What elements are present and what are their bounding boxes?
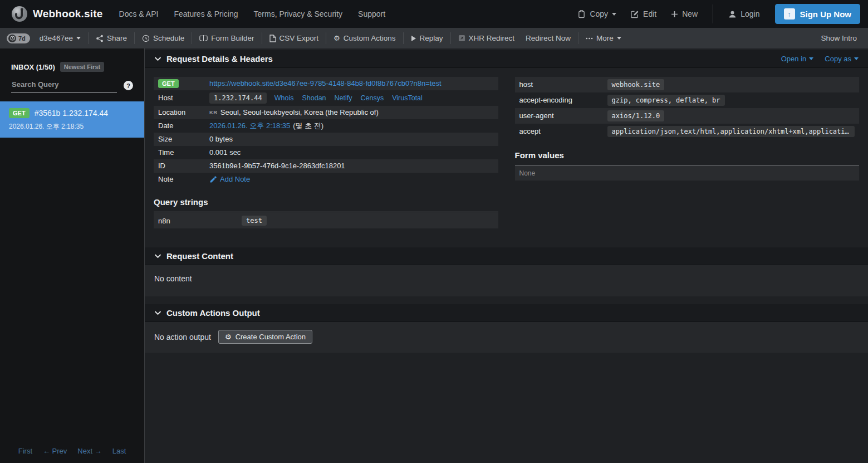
detail-row-note: Note Add Note xyxy=(154,173,498,186)
actions-panel-header[interactable]: Custom Actions Output xyxy=(145,304,868,322)
toolbar-divider xyxy=(262,32,262,44)
header-value-chip: gzip, compress, deflate, br xyxy=(607,95,725,106)
form-values-empty: None xyxy=(519,169,536,177)
toolbar-divider xyxy=(403,32,404,44)
inbox-title: INBOX (1/50) xyxy=(11,63,55,71)
signup-button[interactable]: ↑ Sign Up Now xyxy=(775,4,861,24)
nav-support[interactable]: Support xyxy=(351,0,393,28)
request-date: 2026.01.26. 오후 2:18:35 xyxy=(9,122,135,131)
add-note-button[interactable]: Add Note xyxy=(209,175,250,184)
request-list-item-selected[interactable]: GET #3561b 1.232.174.44 2026.01.26. 오후 2… xyxy=(0,101,144,138)
toolbar-divider xyxy=(134,32,135,44)
arrow-up-square-icon: ↑ xyxy=(784,8,795,20)
time-value: 0.001 sec xyxy=(209,148,494,157)
date-link[interactable]: 2026.01.26. 오후 2:18:35 xyxy=(209,121,290,130)
play-icon xyxy=(411,35,416,42)
nav-docs-api[interactable]: Docs & API xyxy=(112,0,166,28)
more-dropdown[interactable]: More xyxy=(580,28,627,48)
content-panel-body: No content xyxy=(145,265,868,296)
pagination-prev[interactable]: ← Prev xyxy=(43,447,67,455)
copy-as-dropdown[interactable]: Copy as xyxy=(825,55,859,63)
sort-order-badge[interactable]: Newest First xyxy=(60,62,104,72)
header-row: accept application/json,text/html,applic… xyxy=(515,124,860,139)
sidebar-header: INBOX (1/50) Newest First ? xyxy=(0,48,144,101)
share-button[interactable]: Share xyxy=(90,28,133,48)
token-dropdown[interactable]: d3e467ee xyxy=(34,28,86,48)
question-circle-icon[interactable]: ? xyxy=(124,81,133,90)
csv-export-button[interactable]: CSV Export xyxy=(264,28,325,48)
brand[interactable]: Webhook.site xyxy=(8,6,111,22)
toolbar-divider xyxy=(326,32,326,44)
ellipsis-icon xyxy=(586,37,593,40)
toolbar-divider xyxy=(450,32,451,44)
virustotal-link[interactable]: VirusTotal xyxy=(392,94,423,103)
shodan-link[interactable]: Shodan xyxy=(302,94,326,103)
pagination-last[interactable]: Last xyxy=(112,447,126,455)
action-toolbar: 7d d3e467ee Share Schedule Form Builder xyxy=(0,28,868,48)
caret-down-icon xyxy=(617,37,621,40)
content-area: INBOX (1/50) Newest First ? GET #3561b 1… xyxy=(0,48,868,463)
schedule-button[interactable]: Schedule xyxy=(136,28,190,48)
detail-row-url: GET https://webhook.site/d3e467ee-9785-4… xyxy=(154,77,498,90)
whois-link[interactable]: Whois xyxy=(274,94,294,103)
netify-link[interactable]: Netify xyxy=(335,94,352,103)
detail-row-date: Date 2026.01.26. 오후 2:18:35 (몇 초 전) xyxy=(154,119,498,133)
request-detail-main: Request Details & Headers Open in Copy a… xyxy=(145,48,868,463)
method-badge: GET xyxy=(9,108,30,118)
nav-terms-privacy[interactable]: Terms, Privacy & Security xyxy=(247,0,350,28)
method-badge: GET xyxy=(158,79,179,88)
replay-button[interactable]: Replay xyxy=(405,28,449,48)
censys-link[interactable]: Censys xyxy=(361,94,384,103)
toolbar-divider xyxy=(88,32,89,44)
header-value-chip: application/json,text/html,application/x… xyxy=(607,126,855,137)
edit-icon xyxy=(631,10,639,18)
header-value-chip: axios/1.12.0 xyxy=(607,110,665,121)
country-code: KR xyxy=(209,108,218,117)
detail-row-location: Location KR Seoul, Seoul-teukbyeolsi, Ko… xyxy=(154,106,498,119)
nav-features-pricing[interactable]: Features & Pricing xyxy=(166,0,245,28)
expiry-badge: 7d xyxy=(7,33,30,43)
plus-icon xyxy=(671,11,678,18)
copy-dropdown[interactable]: Copy xyxy=(570,0,624,28)
request-title: #3561b 1.232.174.44 xyxy=(35,109,108,118)
details-panel-header[interactable]: Request Details & Headers Open in Copy a… xyxy=(145,50,868,68)
search-input[interactable] xyxy=(11,79,117,92)
query-value-chip: test xyxy=(242,216,267,226)
clock-icon xyxy=(8,35,16,42)
open-in-dropdown[interactable]: Open in xyxy=(781,55,814,63)
form-values-empty-row: None xyxy=(515,166,860,181)
query-string-row: n8n test xyxy=(154,213,498,228)
caret-down-icon xyxy=(76,37,81,40)
detail-row-id: ID 3561b9e1-9b57-476d-9c1e-2863dfc18201 xyxy=(154,159,498,173)
divider xyxy=(154,212,498,212)
actions-panel-body: No action output ⚙ Create Custom Action xyxy=(145,322,868,353)
form-builder-button[interactable]: Form Builder xyxy=(194,28,259,48)
xhr-redirect-button[interactable]: XHR Redirect xyxy=(453,28,521,48)
host-ip-chip: 1.232.174.44 xyxy=(209,92,267,104)
edit-button[interactable]: Edit xyxy=(624,0,664,28)
header-row: accept-encoding gzip, compress, deflate,… xyxy=(515,92,860,108)
divider xyxy=(515,165,860,165)
query-strings-title: Query strings xyxy=(154,197,498,207)
navbar-divider xyxy=(713,4,713,23)
caret-down-icon xyxy=(809,57,813,60)
login-button[interactable]: Login xyxy=(721,0,767,28)
request-url-link[interactable]: https://webhook.site/d3e467ee-9785-4148-… xyxy=(209,79,442,88)
new-button[interactable]: New xyxy=(664,0,705,28)
chevron-down-icon xyxy=(154,309,161,316)
content-panel-title: Request Content xyxy=(166,251,233,261)
webhook-logo-icon xyxy=(11,6,28,22)
show-intro-button[interactable]: Show Intro xyxy=(815,28,861,48)
date-relative: (몇 초 전) xyxy=(293,121,323,130)
toolbar-divider xyxy=(192,32,192,44)
content-panel-header[interactable]: Request Content xyxy=(145,247,868,265)
gear-icon: ⚙ xyxy=(225,333,232,340)
create-custom-action-button[interactable]: ⚙ Create Custom Action xyxy=(218,330,312,344)
redirect-now-button[interactable]: Redirect Now xyxy=(520,28,576,48)
actions-panel-title: Custom Actions Output xyxy=(166,308,260,318)
pagination-next[interactable]: Next → xyxy=(77,447,101,455)
size-value: 0 bytes xyxy=(209,135,494,144)
custom-actions-button[interactable]: ⚙ Custom Actions xyxy=(328,28,401,48)
pagination-first[interactable]: First xyxy=(18,447,32,455)
pencil-icon xyxy=(209,176,217,183)
